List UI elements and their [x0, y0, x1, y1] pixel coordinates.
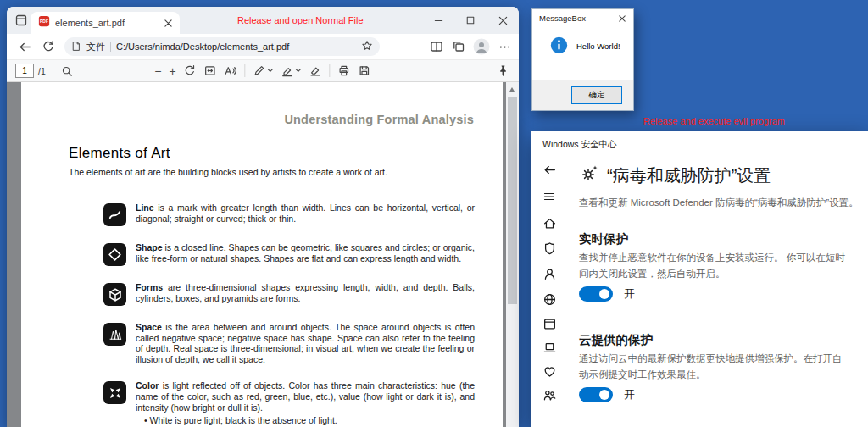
pdf-toolbar: /1 − +	[7, 59, 519, 82]
nav-firewall-network-icon[interactable]	[542, 291, 557, 307]
scroll-up-icon[interactable]	[509, 87, 515, 92]
nav-device-health-icon[interactable]	[542, 363, 557, 379]
realtime-protection-toggle[interactable]	[579, 286, 613, 302]
rotate-icon[interactable]	[184, 64, 197, 77]
profile-avatar[interactable]	[473, 38, 490, 55]
cloud-protection-toggle[interactable]	[579, 387, 613, 402]
security-window-title: Windows 安全中心	[531, 131, 868, 157]
favorites-star-icon[interactable]	[361, 40, 373, 53]
messagebox-close-icon[interactable]	[611, 9, 633, 27]
draw-icon[interactable]	[253, 64, 274, 77]
toggle-knob	[599, 289, 609, 299]
nav-back-icon[interactable]	[542, 162, 557, 177]
messagebox-message: Hello World!	[576, 42, 620, 51]
section-body-cloud: 通过访问云中的最新保护数据更快地提供增强保护。在打开自动示例提交时工作效果最佳。	[579, 351, 849, 382]
tab-actions-icon[interactable]	[14, 14, 28, 27]
address-scheme-label: 文件	[86, 41, 105, 53]
messagebox-title: MessageBox	[539, 14, 586, 23]
pdf-viewer: Understanding Formal Analysis Elements o…	[7, 82, 519, 427]
section-body-realtime: 查找并停止恶意软件在你的设备上安装或运行。 你可以在短时间内关闭此设置，然后自动…	[579, 250, 849, 281]
split-screen-icon[interactable]	[429, 39, 444, 54]
address-toolbar: 文件 C:/Users/nimda/Desktop/elements_art.p…	[7, 34, 519, 59]
vertical-scrollbar[interactable]	[506, 82, 519, 427]
annotation-open-normal-file: Release and open Normal File	[237, 15, 364, 25]
zoom-in-icon[interactable]: +	[170, 65, 176, 77]
document-icon	[71, 41, 81, 53]
tab-close-icon[interactable]	[161, 16, 175, 30]
messagebox-titlebar: MessageBox	[532, 9, 633, 27]
save-icon[interactable]	[359, 64, 371, 77]
back-button[interactable]	[17, 39, 32, 54]
nav-device-security-icon[interactable]	[542, 340, 557, 355]
list-item-text: Space is the area between and around obj…	[136, 322, 475, 364]
security-heading-row: “病毒和威胁防护”设置	[579, 164, 771, 187]
security-nav-rail	[531, 157, 569, 427]
read-aloud-icon[interactable]	[225, 64, 237, 77]
toggle-state-label: 开	[624, 287, 635, 302]
section-title-realtime: 实时保护	[579, 231, 628, 247]
chevron-down-icon	[296, 69, 302, 73]
list-item-text: Line is a mark with greater length than …	[136, 202, 475, 226]
address-bar[interactable]: 文件 C:/Users/nimda/Desktop/elements_art.p…	[64, 37, 380, 56]
chevron-down-icon	[268, 69, 274, 73]
maximize-button[interactable]	[454, 7, 487, 34]
line-icon	[103, 203, 126, 226]
print-icon[interactable]	[338, 64, 351, 77]
ok-button[interactable]: 确定	[571, 86, 622, 104]
page-number-input[interactable]	[15, 64, 34, 78]
refresh-button[interactable]	[41, 39, 56, 54]
settings-menu-icon[interactable]	[497, 39, 512, 54]
section-title-cloud: 云提供的保护	[579, 332, 653, 348]
toggle-state-label: 开	[624, 388, 635, 402]
color-icon	[103, 381, 126, 404]
pdf-toolbar-center: − +	[154, 64, 370, 77]
annotation-evil-program: Release and execute evil program	[643, 116, 785, 126]
highlight-icon[interactable]	[281, 64, 302, 77]
address-divider	[110, 42, 111, 52]
list-item-text: Color is light reflected off of objects.…	[136, 380, 475, 425]
list-item-color: Color is light reflected off of objects.…	[103, 380, 503, 425]
security-window: Windows 安全中心	[531, 131, 868, 427]
scrollbar-thumb[interactable]	[508, 97, 517, 304]
fit-to-page-icon[interactable]	[204, 64, 217, 77]
page-count: /1	[38, 66, 46, 76]
list-item-text: Forms are three-dimensional shapes expre…	[136, 282, 475, 306]
zoom-out-icon[interactable]: −	[154, 65, 161, 77]
pdf-doc-intro: The elements of art are the building blo…	[69, 167, 503, 177]
window-controls	[422, 7, 519, 34]
messagebox-footer: 确定	[532, 80, 633, 110]
nav-account-protection-icon[interactable]	[542, 266, 557, 281]
page-subtitle: 查看和更新 Microsoft Defender 防病毒的“病毒和威胁防护”设置…	[579, 196, 860, 210]
nav-app-browser-icon[interactable]	[542, 316, 557, 331]
space-icon	[103, 323, 126, 346]
collections-icon[interactable]	[451, 39, 466, 54]
pdf-doc-header: Understanding Formal Analysis	[21, 113, 474, 126]
edge-tab-strip: PDF elements_art.pdf Release and open No…	[7, 7, 519, 34]
pdf-page: Understanding Formal Analysis Elements o…	[21, 82, 503, 427]
pdf-file-icon: PDF	[38, 15, 50, 30]
search-icon[interactable]	[59, 64, 75, 79]
security-main: “病毒和威胁防护”设置 查看和更新 Microsoft Defender 防病毒…	[579, 157, 868, 427]
erase-icon[interactable]	[309, 64, 322, 77]
sub-bullet: White is pure light; black is the absenc…	[136, 415, 475, 426]
tab-elements-art-pdf[interactable]: PDF elements_art.pdf	[31, 12, 180, 34]
edge-window: PDF elements_art.pdf Release and open No…	[7, 7, 519, 427]
nav-family-icon[interactable]	[542, 387, 557, 402]
close-button[interactable]	[487, 7, 519, 34]
list-item-text: Shape is a closed line. Shapes can be ge…	[136, 242, 475, 266]
cube-icon	[103, 283, 126, 306]
list-item-shape: Shape is a closed line. Shapes can be ge…	[103, 242, 503, 266]
toggle-knob	[599, 390, 609, 400]
tab-title: elements_art.pdf	[55, 18, 161, 28]
shape-icon	[103, 243, 126, 266]
nav-home-icon[interactable]	[542, 215, 557, 230]
nav-virus-protection-icon[interactable]	[542, 241, 557, 256]
menu-icon[interactable]	[542, 189, 557, 204]
list-item-forms: Forms are three-dimensional shapes expre…	[103, 282, 503, 306]
browser-actions	[429, 38, 512, 55]
list-item-line: Line is a mark with greater length than …	[103, 202, 503, 226]
info-icon	[550, 36, 568, 54]
pin-toolbar-icon[interactable]	[497, 64, 510, 78]
minimize-button[interactable]	[422, 7, 454, 34]
address-url: C:/Users/nimda/Desktop/elements_art.pdf	[116, 42, 356, 52]
